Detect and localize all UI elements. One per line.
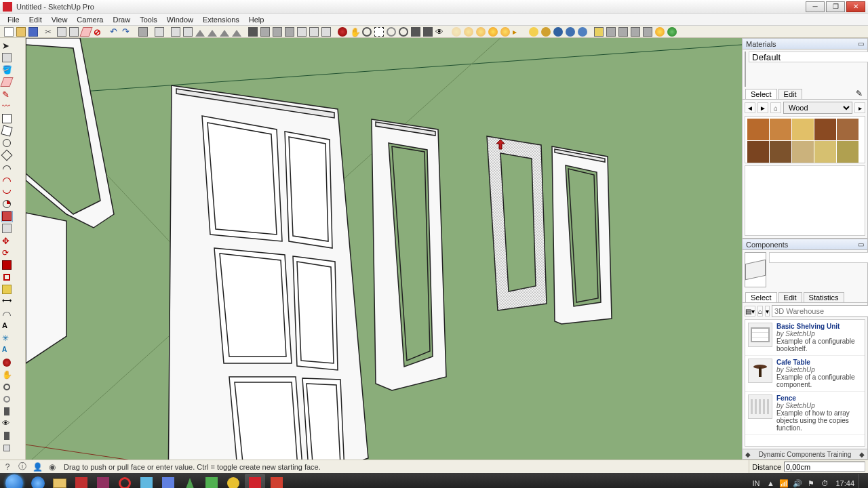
shadow2[interactable] bbox=[463, 26, 474, 37]
orbit-button[interactable] bbox=[337, 26, 348, 37]
menu-window[interactable]: Window bbox=[162, 15, 198, 24]
walk-button[interactable] bbox=[248, 26, 258, 37]
left-view-button[interactable] bbox=[231, 26, 242, 37]
copy-button[interactable] bbox=[56, 26, 67, 37]
zoom-extents-button[interactable] bbox=[386, 26, 397, 37]
axes-tool[interactable]: ✳ bbox=[1, 333, 13, 344]
materials-category-select[interactable]: Wood bbox=[783, 102, 852, 114]
style-shaded[interactable] bbox=[553, 26, 564, 37]
right-view-button[interactable] bbox=[207, 26, 218, 37]
component-name-field[interactable] bbox=[769, 252, 868, 263]
taskbar-sketchup-icon[interactable] bbox=[245, 474, 265, 488]
materials-tab-select[interactable]: Select bbox=[745, 89, 777, 99]
components-search-input[interactable] bbox=[772, 305, 868, 317]
top-view-button[interactable] bbox=[182, 26, 193, 37]
section-side[interactable] bbox=[1, 443, 13, 454]
new-file-button[interactable] bbox=[3, 26, 14, 37]
footer-collapse-icon[interactable]: ◆ bbox=[745, 451, 751, 458]
menu-view[interactable]: View bbox=[47, 15, 73, 24]
edge2[interactable] bbox=[630, 26, 641, 37]
measurement-input[interactable] bbox=[784, 462, 865, 472]
select-tool[interactable]: ➤ bbox=[1, 40, 13, 52]
wood-swatch-2[interactable] bbox=[792, 119, 814, 140]
edge1[interactable] bbox=[618, 26, 629, 37]
cut-button[interactable]: ✂ bbox=[44, 26, 55, 37]
taskbar-app-3[interactable] bbox=[115, 474, 135, 488]
tray-clock-icon[interactable]: ⏱ bbox=[818, 477, 831, 488]
make-component-tool[interactable] bbox=[1, 52, 13, 64]
menu-camera[interactable]: Camera bbox=[72, 15, 108, 24]
taskbar-app-8[interactable] bbox=[223, 474, 243, 488]
taskbar-app-9[interactable] bbox=[267, 474, 287, 488]
shadow6[interactable]: ▸ bbox=[512, 26, 523, 37]
pan-button[interactable]: ✋ bbox=[349, 26, 360, 37]
status-help-icon[interactable]: ? bbox=[1, 461, 14, 473]
taskbar-app-7[interactable] bbox=[201, 474, 222, 488]
eraser-tool[interactable] bbox=[1, 77, 13, 88]
followme-tool[interactable] bbox=[1, 223, 13, 235]
section-plane-button[interactable] bbox=[296, 26, 307, 37]
taskbar-ie-icon[interactable] bbox=[28, 474, 48, 488]
wood-swatch-6[interactable] bbox=[770, 141, 791, 163]
shadow1[interactable] bbox=[451, 26, 462, 37]
materials-back-button[interactable]: ◄ bbox=[745, 102, 755, 113]
style-hidden[interactable] bbox=[540, 26, 551, 37]
backface-button[interactable] bbox=[606, 26, 616, 37]
line-tool[interactable]: ✎ bbox=[1, 89, 13, 100]
menu-help[interactable]: Help bbox=[244, 15, 269, 24]
back-view-button[interactable] bbox=[219, 26, 230, 37]
look-around-button[interactable]: 👁 bbox=[435, 26, 446, 37]
wood-swatch-0[interactable] bbox=[747, 119, 769, 140]
sun-button[interactable] bbox=[654, 26, 665, 37]
position-camera-button[interactable] bbox=[410, 26, 421, 37]
section-cut-button[interactable] bbox=[321, 26, 332, 37]
look-around-side[interactable]: 👁 bbox=[1, 418, 13, 430]
menu-file[interactable]: File bbox=[3, 15, 24, 24]
pie-tool[interactable] bbox=[1, 199, 13, 210]
materials-tab-edit[interactable]: Edit bbox=[778, 89, 802, 99]
dimension-tool[interactable]: ⟷ bbox=[1, 296, 13, 308]
materials-menu-button[interactable]: ▸ bbox=[854, 102, 865, 113]
offset-tool[interactable] bbox=[1, 272, 13, 283]
menu-edit[interactable]: Edit bbox=[24, 15, 47, 24]
taskbar-app-2[interactable] bbox=[93, 474, 113, 488]
language-indicator[interactable]: IN bbox=[752, 479, 760, 487]
xray-button[interactable] bbox=[593, 26, 604, 37]
panel-pin-icon[interactable]: ▭ bbox=[858, 40, 864, 47]
minimize-button[interactable]: ─ bbox=[806, 1, 825, 12]
tray-flag-icon[interactable]: ▲ bbox=[764, 477, 776, 488]
tray-shield-icon[interactable]: ⚑ bbox=[805, 477, 817, 488]
materials-forward-button[interactable]: ► bbox=[757, 102, 768, 113]
shadow5[interactable] bbox=[500, 26, 511, 37]
paint-bucket-tool[interactable]: 🪣 bbox=[1, 64, 13, 76]
taskbar-clock[interactable]: 17:44 bbox=[835, 479, 854, 487]
text-tool[interactable]: A bbox=[1, 321, 13, 332]
circle-tool[interactable] bbox=[1, 138, 13, 149]
taskbar-app-6[interactable] bbox=[180, 474, 200, 488]
orbit-side-tool[interactable] bbox=[1, 357, 13, 369]
wood-swatch-5[interactable] bbox=[747, 141, 769, 163]
show-desktop-button[interactable] bbox=[859, 474, 864, 488]
delete-button[interactable]: ⊘ bbox=[93, 26, 104, 37]
tape-tool[interactable] bbox=[1, 284, 13, 296]
materials-home-button[interactable]: ⌂ bbox=[770, 102, 781, 113]
material-preview-thumb[interactable] bbox=[745, 52, 746, 87]
tool-b[interactable] bbox=[284, 26, 295, 37]
front-view-button[interactable] bbox=[195, 26, 205, 37]
wood-swatch-3[interactable] bbox=[814, 119, 836, 140]
rotate-tool[interactable]: ⟳ bbox=[1, 247, 13, 259]
polygon-tool[interactable] bbox=[1, 150, 13, 161]
menu-tools[interactable]: Tools bbox=[135, 15, 162, 24]
wood-swatch-9[interactable] bbox=[837, 141, 859, 163]
eye-button[interactable] bbox=[260, 26, 271, 37]
components-tab-statistics[interactable]: Statistics bbox=[804, 292, 844, 302]
move-tool[interactable]: ✥ bbox=[1, 235, 13, 247]
tray-network-icon[interactable]: 📶 bbox=[778, 477, 790, 488]
components-view-button[interactable]: ▤▾ bbox=[745, 306, 755, 317]
3pt-arc-tool[interactable] bbox=[1, 186, 13, 198]
wood-swatch-4[interactable] bbox=[837, 119, 859, 140]
maximize-button[interactable]: ❐ bbox=[826, 1, 845, 12]
2pt-arc-tool[interactable] bbox=[1, 174, 13, 186]
tool-a[interactable] bbox=[272, 26, 283, 37]
components-footer[interactable]: ◆ Dynamic Components Training ◆ bbox=[743, 449, 867, 459]
